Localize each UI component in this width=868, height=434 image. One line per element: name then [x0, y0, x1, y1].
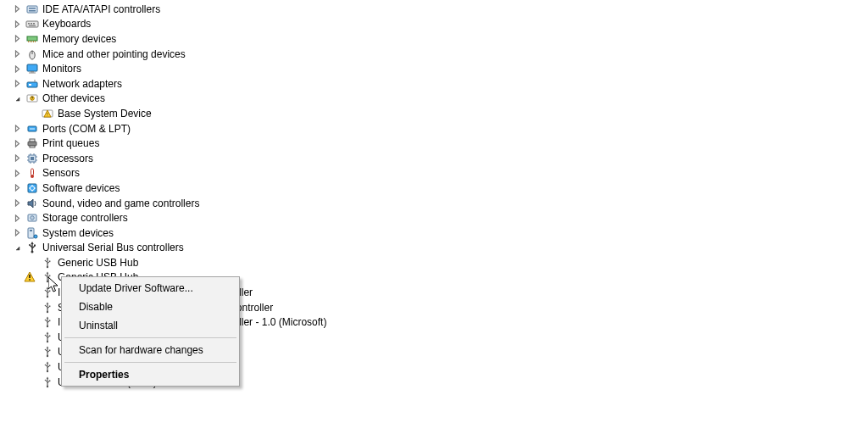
svg-rect-5: [31, 23, 32, 25]
other-dev-icon: !: [41, 107, 54, 120]
tree-item[interactable]: Monitors: [0, 61, 868, 76]
menu-item[interactable]: Disable: [64, 298, 237, 316]
chevron-right-icon[interactable]: [13, 153, 22, 163]
sound-icon: [25, 197, 39, 210]
svg-point-63: [29, 244, 31, 246]
svg-rect-8: [27, 36, 37, 41]
svg-rect-17: [31, 71, 34, 73]
tree-item-label: Monitors: [42, 63, 81, 75]
svg-point-129: [45, 379, 47, 381]
tree-item[interactable]: Memory devices: [0, 31, 868, 47]
svg-point-87: [45, 290, 47, 292]
tree-item[interactable]: Keyboards: [0, 17, 868, 32]
chevron-down-icon[interactable]: [13, 94, 22, 103]
tree-item[interactable]: Universal Serial Bus controllers: [0, 241, 868, 256]
tree-item-label: Processors: [42, 153, 93, 164]
usb-plug-icon: [41, 376, 54, 389]
chevron-right-icon[interactable]: [13, 198, 22, 208]
svg-point-115: [45, 349, 47, 351]
svg-rect-45: [31, 169, 34, 175]
svg-rect-131: [49, 380, 51, 381]
svg-rect-1: [29, 8, 36, 9]
keyboard-icon: [25, 17, 39, 31]
svg-rect-32: [28, 142, 36, 146]
chevron-right-icon[interactable]: [13, 64, 22, 74]
chevron-right-icon[interactable]: [13, 183, 22, 192]
tree-item[interactable]: IDE ATA/ATAPI controllers: [0, 2, 868, 17]
tree-item-label: Universal Serial Bus controllers: [42, 242, 184, 253]
usb-plug-icon: [41, 270, 54, 284]
chevron-right-icon[interactable]: [13, 19, 22, 29]
svg-marker-66: [31, 242, 33, 244]
tree-item-label: Sound, video and game controllers: [42, 198, 199, 209]
svg-rect-82: [49, 275, 51, 277]
tree-item[interactable]: ?Other devices: [0, 92, 868, 107]
svg-rect-19: [27, 82, 37, 87]
tree-item[interactable]: Processors: [0, 151, 868, 166]
chevron-right-icon[interactable]: [13, 214, 22, 223]
menu-item[interactable]: Uninstall: [64, 316, 237, 335]
svg-marker-132: [47, 376, 49, 378]
tree-item[interactable]: Network adapters: [0, 76, 868, 92]
svg-marker-125: [47, 362, 49, 364]
chevron-right-icon[interactable]: [13, 49, 22, 58]
chevron-right-icon[interactable]: [13, 169, 22, 178]
svg-rect-9: [28, 41, 29, 42]
chevron-right-icon[interactable]: [13, 139, 22, 148]
svg-point-56: [31, 218, 32, 219]
tree-item[interactable]: Software devices: [0, 181, 868, 196]
tree-item[interactable]: Sound, video and game controllers: [0, 196, 868, 211]
tree-item-label: Ports (COM & LPT): [42, 123, 131, 135]
svg-marker-111: [47, 331, 49, 333]
chevron-right-icon[interactable]: [13, 79, 22, 88]
tree-item[interactable]: Ports (COM & LPT): [0, 121, 868, 136]
svg-point-94: [45, 304, 47, 306]
tree-item[interactable]: Sensors: [0, 166, 868, 181]
chevron-right-icon[interactable]: [13, 124, 22, 133]
tree-item[interactable]: Storage controllers: [0, 210, 868, 225]
menu-item[interactable]: Scan for hardware changes: [64, 341, 237, 359]
svg-rect-13: [35, 41, 36, 42]
system-icon: [25, 226, 39, 240]
menu-item[interactable]: Update Driver Software...: [64, 279, 237, 298]
tree-item-label: System devices: [42, 227, 114, 239]
svg-rect-72: [49, 260, 51, 262]
ide-icon: [25, 3, 39, 16]
tree-item[interactable]: Generic USB Hub: [0, 255, 868, 270]
svg-point-108: [45, 335, 47, 337]
port-icon: [25, 122, 39, 136]
chevron-right-icon[interactable]: [13, 228, 22, 237]
chevron-down-icon[interactable]: [13, 243, 22, 253]
menu-separator: [64, 362, 236, 363]
svg-rect-20: [29, 84, 31, 86]
svg-text:?: ?: [31, 96, 34, 101]
chevron-right-icon[interactable]: [13, 34, 22, 43]
storage-icon: [25, 211, 39, 225]
svg-rect-2: [29, 10, 36, 12]
svg-point-46: [31, 175, 34, 178]
svg-rect-65: [34, 245, 36, 247]
svg-rect-33: [30, 139, 35, 142]
svg-rect-18: [29, 73, 36, 74]
tree-item[interactable]: !Base System Device: [0, 106, 868, 121]
usb-plug-icon: [41, 360, 54, 374]
tree-item-label: Print queues: [42, 137, 99, 149]
svg-marker-90: [47, 287, 49, 289]
svg-point-31: [33, 128, 35, 130]
monitor-icon: [25, 62, 39, 75]
tree-item[interactable]: System devices: [0, 225, 868, 241]
svg-text:!: !: [47, 112, 47, 117]
svg-point-70: [45, 260, 47, 262]
svg-rect-58: [30, 230, 32, 231]
menu-item[interactable]: Properties: [64, 365, 237, 384]
tree-item[interactable]: Print queues: [0, 136, 868, 151]
chevron-right-icon[interactable]: [13, 4, 22, 14]
svg-marker-53: [28, 199, 33, 208]
network-icon: [25, 77, 39, 91]
software-icon: [25, 181, 39, 195]
sensor-icon: [25, 166, 39, 180]
context-menu[interactable]: Update Driver Software...DisableUninstal…: [61, 276, 240, 387]
svg-rect-11: [31, 41, 32, 42]
tree-item[interactable]: Mice and other pointing devices: [0, 47, 868, 62]
svg-marker-83: [47, 272, 49, 274]
